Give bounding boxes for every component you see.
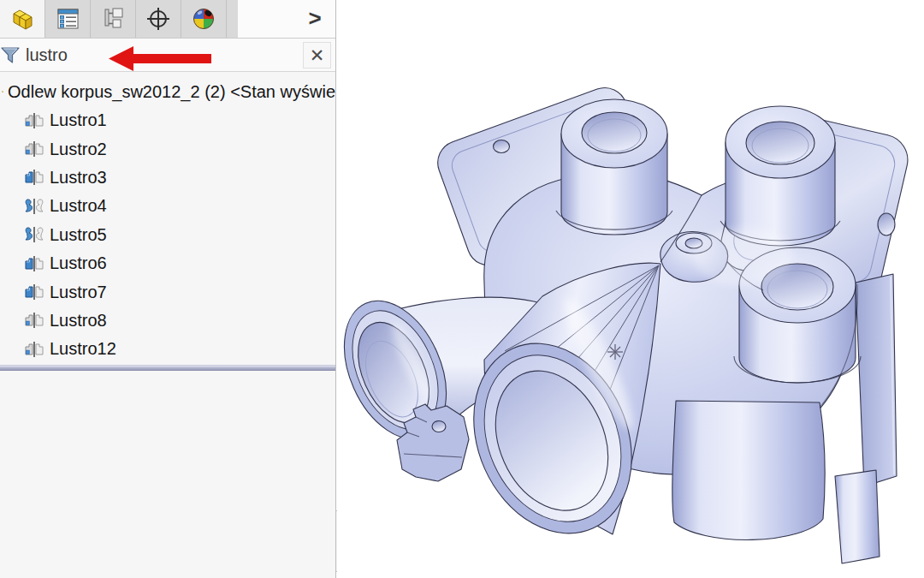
rollback-bar[interactable] xyxy=(0,365,335,371)
mirror-solid-icon xyxy=(23,254,45,273)
mirror-surface-icon xyxy=(23,197,45,216)
tree-root-part[interactable]: Odlew korpus_sw2012_2 (2) <Stan wyświe xyxy=(0,77,335,106)
filter-input[interactable]: lustro xyxy=(26,45,68,65)
part-icon xyxy=(2,83,3,100)
tree-item-label: Lustro7 xyxy=(50,283,107,302)
feature-filter-bar[interactable]: lustro ✕ xyxy=(0,39,335,72)
featuremanager-part-icon xyxy=(9,6,35,32)
tree-item-lustro4[interactable]: Lustro4 xyxy=(0,192,335,220)
tree-item-label: Lustro5 xyxy=(50,225,107,245)
tab-propertymanager[interactable] xyxy=(45,0,91,38)
mirror-feature-icon xyxy=(23,340,45,359)
manager-tab-bar: > xyxy=(0,0,335,39)
tab-featuremanager[interactable] xyxy=(0,0,45,38)
tree-item-label: Lustro6 xyxy=(50,253,107,273)
highlight-sheen xyxy=(693,228,792,286)
boss-cylinder-2[interactable] xyxy=(720,106,840,246)
tree-item-lustro1[interactable]: Lustro1 xyxy=(0,106,335,134)
tree-item-label: Lustro3 xyxy=(50,168,107,188)
tree-item-label: Lustro2 xyxy=(50,140,107,159)
displaymanager-icon xyxy=(191,6,216,32)
featuremanager-panel: > lustro ✕ xyxy=(0,0,336,578)
bottom-right-pipe[interactable] xyxy=(672,401,825,539)
manager-tabstrip xyxy=(0,0,238,38)
mirror-feature-icon xyxy=(23,111,45,130)
tab-displaymanager[interactable] xyxy=(181,0,227,38)
graphics-viewport[interactable] xyxy=(337,0,924,578)
tree-items: Lustro1Lustro2Lustro3Lustro4Lustro5Lustr… xyxy=(0,106,335,364)
propertymanager-icon xyxy=(55,6,80,32)
panel-flyout-arrow[interactable]: > xyxy=(301,2,329,34)
mirror-solid-icon xyxy=(23,283,45,301)
mirror-surface-icon xyxy=(23,225,45,244)
tree-item-lustro5[interactable]: Lustro5 xyxy=(0,221,335,249)
dimxpertmanager-icon xyxy=(145,6,171,32)
tree-item-lustro8[interactable]: Lustro8 xyxy=(0,307,335,335)
boss-cylinder-1[interactable] xyxy=(556,99,672,235)
tree-root-label: Odlew korpus_sw2012_2 (2) <Stan wyświe xyxy=(8,82,335,102)
tree-item-label: Lustro8 xyxy=(50,311,107,331)
tree-item-lustro3[interactable]: Lustro3 xyxy=(0,164,335,192)
configurationmanager-icon xyxy=(100,6,126,32)
tree-item-lustro6[interactable]: Lustro6 xyxy=(0,249,335,277)
clear-filter-button[interactable]: ✕ xyxy=(303,42,331,69)
mirror-feature-icon xyxy=(23,140,45,158)
mirror-solid-icon xyxy=(23,168,45,187)
tab-configurationmanager[interactable] xyxy=(91,0,136,38)
tree-item-label: Lustro12 xyxy=(50,339,116,359)
cad-model xyxy=(337,0,924,578)
tab-dimxpertmanager[interactable] xyxy=(136,0,181,38)
tree-item-lustro12[interactable]: Lustro12 xyxy=(0,335,335,363)
filter-funnel-icon xyxy=(1,45,20,64)
tree-item-label: Lustro1 xyxy=(50,110,107,130)
tree-item-lustro2[interactable]: Lustro2 xyxy=(0,134,335,163)
tree-item-label: Lustro4 xyxy=(50,196,107,216)
solidworks-window: > lustro ✕ xyxy=(0,0,924,578)
mirror-feature-icon xyxy=(23,311,45,330)
feature-tree: Odlew korpus_sw2012_2 (2) <Stan wyświe L… xyxy=(0,72,335,364)
tree-item-lustro7[interactable]: Lustro7 xyxy=(0,277,335,306)
